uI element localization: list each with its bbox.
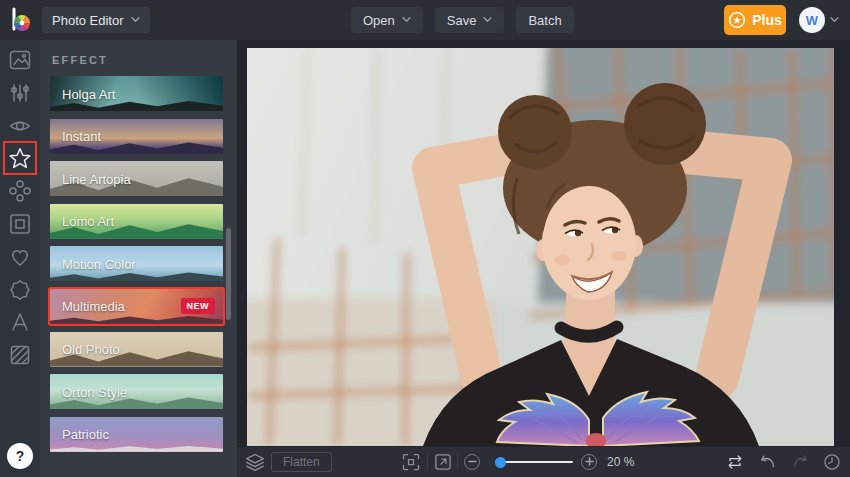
frame-icon[interactable] <box>8 212 32 236</box>
canvas-area: Flatten 20 % <box>237 40 850 477</box>
badge-seal-icon[interactable] <box>8 278 32 302</box>
layers-icon[interactable] <box>245 452 265 472</box>
fit-screen-icon[interactable] <box>401 452 421 472</box>
effect-item[interactable]: Multimedia NEW <box>50 289 223 324</box>
effects-panel: EFFECT Holga Art Instant Line Artopia Lo… <box>40 40 237 477</box>
texture-icon[interactable] <box>8 343 32 367</box>
undo-icon[interactable] <box>758 452 778 472</box>
effect-item[interactable]: Lomo Art <box>50 204 223 239</box>
effect-item[interactable]: Patriotic <box>50 417 223 452</box>
chevron-down-icon <box>483 17 492 23</box>
canvas-toolbar: Flatten 20 % <box>237 447 850 477</box>
help-button[interactable]: ? <box>7 443 33 469</box>
effect-label: Multimedia <box>62 299 125 314</box>
zoom-slider-handle[interactable] <box>495 457 506 468</box>
canvas-image[interactable] <box>247 48 834 446</box>
avatar-chevron-icon[interactable] <box>830 17 839 23</box>
effect-item[interactable]: Motion Color <box>50 246 223 281</box>
heart-icon[interactable] <box>8 245 32 269</box>
avatar[interactable]: W <box>799 7 825 33</box>
app-menu-button[interactable]: Photo Editor <box>42 7 150 33</box>
plus-upgrade-button[interactable]: Plus <box>724 5 786 35</box>
compare-icon[interactable] <box>725 452 745 472</box>
effects-selection-box <box>3 141 37 175</box>
app-menu-label: Photo Editor <box>52 13 124 28</box>
zoom-slider[interactable] <box>495 447 573 477</box>
panel-header: EFFECT <box>52 54 237 66</box>
new-badge: NEW <box>181 298 216 314</box>
redo-icon[interactable] <box>790 452 810 472</box>
scrollbar-thumb[interactable] <box>226 228 231 320</box>
toolbar-divider <box>457 454 458 470</box>
zoom-level: 20 % <box>607 447 634 477</box>
artsy-icon[interactable] <box>8 179 32 203</box>
effect-item[interactable]: Orton Style <box>50 374 223 409</box>
open-in-new-icon[interactable] <box>433 452 453 472</box>
zoom-in-button[interactable] <box>581 454 597 470</box>
chevron-down-icon <box>402 17 411 23</box>
effect-label: Orton Style <box>62 384 127 399</box>
effect-item[interactable]: Holga Art <box>50 76 223 111</box>
adjustments-icon[interactable] <box>8 81 32 105</box>
batch-button[interactable]: Batch <box>516 7 573 33</box>
star-circle-icon <box>728 11 746 29</box>
open-button[interactable]: Open <box>351 7 423 33</box>
effect-label: Old Photo <box>62 342 120 357</box>
effect-list: Holga Art Instant Line Artopia Lomo Art … <box>40 76 237 452</box>
save-button[interactable]: Save <box>435 7 505 33</box>
effect-label: Lomo Art <box>62 214 114 229</box>
effect-label: Patriotic <box>62 427 109 442</box>
effect-item[interactable]: Line Artopia <box>50 161 223 196</box>
image-icon[interactable] <box>8 48 32 72</box>
effect-item[interactable]: Instant <box>50 119 223 154</box>
history-icon[interactable] <box>822 452 842 472</box>
effect-label: Line Artopia <box>62 171 131 186</box>
effect-label: Motion Color <box>62 256 136 271</box>
befunky-logo-icon[interactable] <box>9 6 35 34</box>
toolbar-divider <box>427 454 428 470</box>
photo-editor-app: Photo Editor Open Save Batch Plus W <box>0 0 850 477</box>
effect-label: Holga Art <box>62 86 115 101</box>
flatten-button[interactable]: Flatten <box>271 452 332 472</box>
chevron-down-icon <box>131 17 140 23</box>
tool-rail: ? <box>0 40 40 477</box>
star-icon[interactable] <box>8 146 32 170</box>
topbar: Photo Editor Open Save Batch Plus W <box>0 0 850 40</box>
effect-item[interactable]: Old Photo <box>50 332 223 367</box>
zoom-slider-track[interactable] <box>495 461 573 463</box>
zoom-out-button[interactable] <box>464 454 480 470</box>
eye-icon[interactable] <box>8 114 32 138</box>
text-icon[interactable] <box>8 310 32 334</box>
effect-label: Instant <box>62 129 101 144</box>
